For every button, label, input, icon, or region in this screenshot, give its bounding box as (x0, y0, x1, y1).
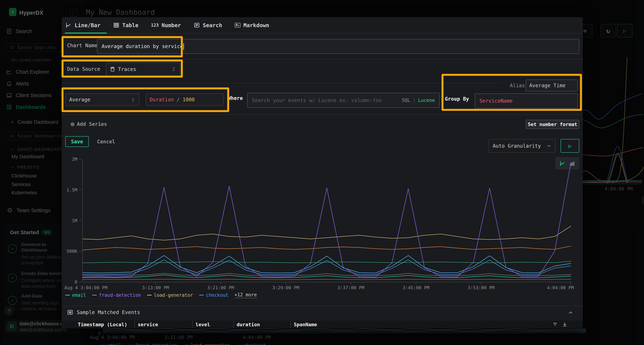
chart-name-label: Chart Name (67, 42, 97, 48)
app-root: ⚡ HyperDX Search Saved Searches No saved… (0, 0, 644, 345)
axis-tick (79, 251, 82, 251)
sql-option[interactable]: SQL (402, 98, 410, 103)
list-icon (194, 22, 200, 28)
x-axis-label: 3:45:00 PM (402, 285, 430, 290)
divider (62, 83, 500, 83)
y-axis-label: 2M (72, 157, 77, 162)
tab-number[interactable]: 123 Number (151, 22, 181, 28)
field-expression-input[interactable]: Duration/1000 (146, 93, 224, 106)
plus-circle-icon: ⊕ (71, 120, 74, 128)
y-axis-label: 1M (72, 218, 77, 223)
axis-tick (79, 220, 82, 221)
add-series-button[interactable]: ⊕ Add Series (71, 120, 107, 128)
table-icon (113, 22, 120, 28)
legend-item[interactable]: fraud-detection (92, 293, 141, 298)
legend-dash-icon (92, 295, 97, 296)
active-tab-underline (65, 32, 107, 34)
column-header[interactable]: SpanName (294, 322, 317, 327)
axis-tick (286, 282, 286, 285)
filter-icon[interactable] (552, 322, 558, 327)
alias-input[interactable]: Average Time (526, 79, 578, 91)
legend-dash-icon (65, 295, 70, 296)
legend-item[interactable]: +12 more (234, 292, 257, 298)
legend-item[interactable]: load-generator (147, 293, 193, 298)
where-search-input[interactable]: Search your events w/ Lucene ex. column:… (247, 93, 440, 108)
column-resize-handle[interactable] (233, 321, 234, 328)
chart-name-input[interactable]: Average duration by service (97, 39, 579, 54)
axis-tick (220, 282, 221, 285)
axis-tick (156, 282, 156, 285)
y-axis-label: 0 (74, 279, 77, 285)
aggregation-select[interactable]: Average (65, 93, 139, 106)
list-icon (67, 309, 73, 315)
where-placeholder: Search your events w/ Lucene ex. column:… (252, 97, 382, 103)
chart-line-checkout (83, 260, 571, 275)
axis-tick (79, 282, 82, 282)
legend-label: +12 more (234, 292, 257, 298)
x-axis-label: 3:29:00 PM (272, 285, 299, 290)
set-number-format-button[interactable]: Set number format (526, 120, 579, 129)
run-chart-button[interactable]: ▷ (561, 139, 579, 153)
tab-table[interactable]: Table (113, 22, 138, 28)
select-chevrons-icon (172, 67, 176, 71)
axis-tick (481, 282, 482, 285)
legend-dash-icon (147, 295, 152, 296)
y-axis-label: 500K (66, 249, 77, 254)
chart-editor-modal: Line/Bar Table 123 Number Search M↓ Ma (62, 17, 583, 328)
x-axis-label: 3:13:00 PM (142, 285, 169, 290)
toggle-divider: | (413, 98, 416, 103)
column-resize-handle[interactable] (290, 321, 291, 328)
divider (62, 59, 583, 59)
legend-item[interactable]: checkout (199, 293, 228, 298)
sample-events-header[interactable]: Sample Matched Events (67, 309, 140, 315)
cancel-button[interactable]: Cancel (97, 139, 115, 145)
query-language-toggle[interactable]: SQL | Lucene (402, 98, 435, 103)
save-button[interactable]: Save (65, 136, 89, 147)
tab-markdown[interactable]: M↓ Markdown (235, 22, 269, 28)
group-by-input[interactable]: ServiceName (475, 93, 578, 108)
line-chart[interactable] (82, 159, 571, 282)
axis-tick (416, 282, 416, 285)
granularity-select[interactable]: Auto Granularity (489, 139, 556, 153)
main-chart-svg (83, 159, 571, 282)
x-axis-label: 3:37:00 PM (338, 285, 364, 290)
line-chart-icon (65, 22, 72, 28)
column-resize-handle[interactable] (192, 321, 193, 328)
chevron-down-icon (546, 143, 552, 148)
download-icon[interactable] (562, 322, 568, 327)
select-chevrons-icon (131, 98, 135, 102)
legend-label: checkout (206, 293, 228, 298)
x-axis-label: 4:04:00 PM (547, 285, 574, 290)
group-by-label: Group By (445, 96, 469, 102)
y-axis-label: 1.5M (66, 187, 77, 192)
chart-line-other-5 (83, 246, 571, 250)
column-header[interactable]: service (138, 322, 158, 327)
chart-line-email (83, 275, 571, 278)
chart-line-other-2 (83, 279, 571, 280)
alias-label: Alias (510, 83, 525, 88)
tab-line-bar[interactable]: Line/Bar (65, 22, 100, 28)
divider (62, 306, 583, 306)
column-header[interactable]: duration (237, 322, 260, 327)
legend-label: load-generator (154, 293, 193, 298)
column-resize-handle[interactable] (134, 321, 135, 328)
markdown-icon: M↓ (235, 23, 240, 27)
x-axis: Aug 4 3:04:00 PM3:13:00 PM3:21:00 PM3:29… (82, 282, 571, 293)
collapse-section-button[interactable] (568, 310, 574, 316)
chart-line-other-1 (83, 273, 571, 276)
column-header[interactable]: level (196, 322, 210, 327)
number-123-icon: 123 (151, 23, 159, 28)
legend-item[interactable]: email (65, 293, 86, 298)
chart-legend: emailfraud-detectionload-generatorchecko… (65, 292, 257, 298)
column-header[interactable]: Timestamp (Local) (78, 322, 127, 327)
where-label: Where (228, 95, 243, 101)
chart-type-tabs: Line/Bar Table 123 Number Search M↓ Ma (62, 17, 583, 34)
legend-label: email (72, 293, 86, 298)
axis-tick (351, 282, 351, 285)
data-source-select[interactable]: Traces (106, 62, 180, 76)
tab-search[interactable]: Search (194, 22, 222, 28)
x-axis-label: Aug 4 3:04:00 PM (64, 285, 108, 290)
lucene-option[interactable]: Lucene (418, 98, 435, 103)
y-axis: 0500K1M1.5M2M (62, 159, 82, 282)
data-source-label: Data Source (67, 66, 100, 72)
